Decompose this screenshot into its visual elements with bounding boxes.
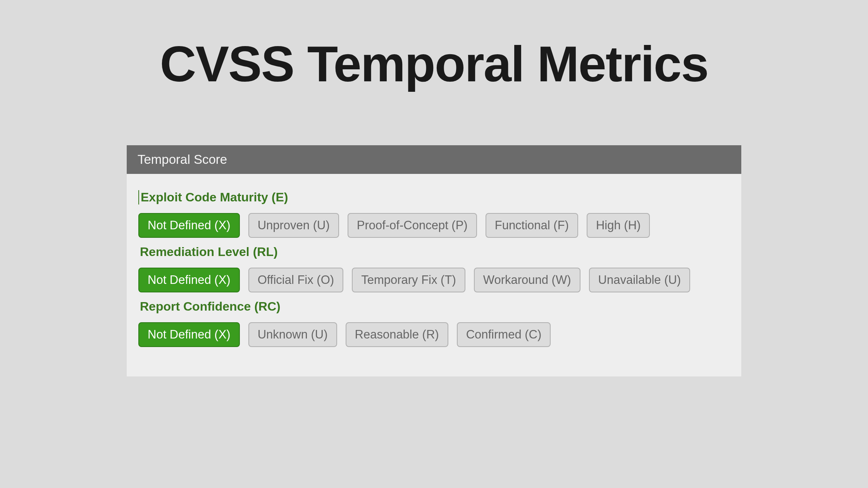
metric-option-button[interactable]: Unknown (U) [248,322,337,347]
metric-label: Exploit Code Maturity (E) [138,190,730,204]
metric-option-button[interactable]: Not Defined (X) [138,322,240,347]
panel-header: Temporal Score [127,145,741,174]
metric-option-button[interactable]: Not Defined (X) [138,268,240,292]
metric-option-button[interactable]: Temporary Fix (T) [352,268,465,292]
metric-option-button[interactable]: Proof-of-Concept (P) [348,213,477,238]
metric-option-button[interactable]: Official Fix (O) [248,268,344,292]
metric-group: Exploit Code Maturity (E)Not Defined (X)… [138,190,730,238]
panel-body: Exploit Code Maturity (E)Not Defined (X)… [127,174,741,376]
metric-option-button[interactable]: Workaround (W) [474,268,580,292]
temporal-score-panel: Temporal Score Exploit Code Maturity (E)… [127,145,741,376]
page-title: CVSS Temporal Metrics [160,35,708,93]
metric-option-button[interactable]: Unproven (U) [248,213,339,238]
metric-label: Report Confidence (RC) [138,299,730,314]
metric-option-button[interactable]: Reasonable (R) [346,322,448,347]
metric-group: Report Confidence (RC)Not Defined (X)Unk… [138,299,730,347]
metric-option-button[interactable]: Not Defined (X) [138,213,240,238]
options-row: Not Defined (X)Unproven (U)Proof-of-Conc… [138,213,730,238]
metric-option-button[interactable]: Confirmed (C) [457,322,551,347]
metric-group: Remediation Level (RL)Not Defined (X)Off… [138,245,730,292]
metric-option-button[interactable]: Functional (F) [486,213,578,238]
options-row: Not Defined (X)Unknown (U)Reasonable (R)… [138,322,730,347]
metric-label: Remediation Level (RL) [138,245,730,259]
options-row: Not Defined (X)Official Fix (O)Temporary… [138,268,730,292]
metric-option-button[interactable]: Unavailable (U) [589,268,691,292]
metric-option-button[interactable]: High (H) [587,213,650,238]
